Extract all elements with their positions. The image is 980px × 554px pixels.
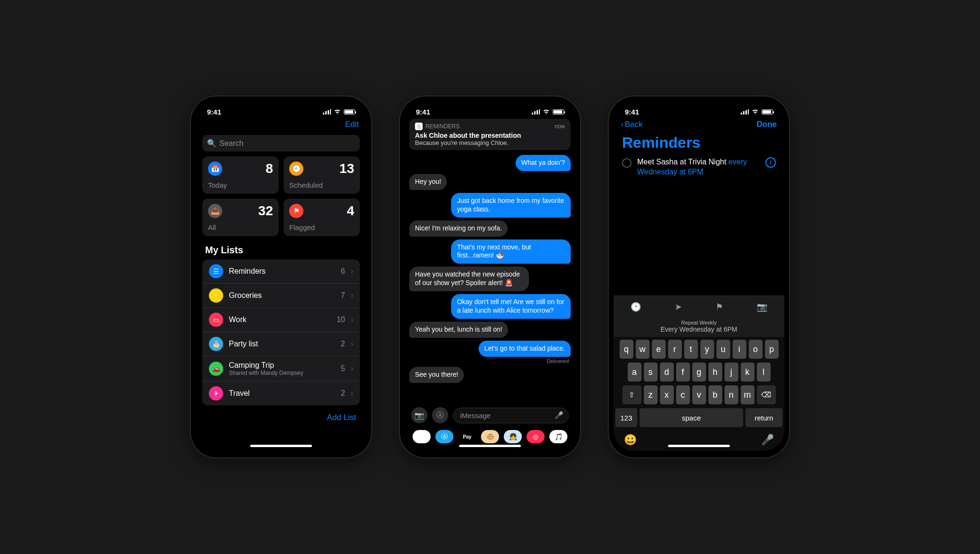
memoji-app-icon[interactable]: 👧: [504, 430, 522, 443]
appstore-button[interactable]: Ⓐ: [432, 407, 448, 423]
key-i[interactable]: i: [733, 340, 746, 359]
emoji-key[interactable]: 😀: [624, 434, 637, 446]
search-placeholder: Search: [219, 139, 244, 148]
message-in[interactable]: See you there!: [409, 367, 464, 383]
notification-body: Because you're messaging Chloe.: [415, 139, 565, 146]
chevron-left-icon: ‹: [621, 120, 624, 129]
add-list-button[interactable]: Add List: [327, 413, 356, 422]
time-icon[interactable]: 🕑: [631, 302, 641, 312]
card-today[interactable]: 📅 8 Today: [202, 156, 279, 194]
key-w[interactable]: w: [636, 340, 650, 359]
back-button[interactable]: ‹Back: [621, 120, 642, 129]
list-icon: ✈: [209, 386, 223, 401]
key-v[interactable]: v: [692, 385, 706, 404]
message-out[interactable]: What ya doin'?: [516, 155, 571, 171]
signal-icon: [741, 109, 749, 115]
key-l[interactable]: l: [757, 363, 771, 382]
numbers-key[interactable]: 123: [615, 408, 637, 427]
reminder-text-field[interactable]: Meet Sasha at Trivia Night every Wednesd…: [637, 157, 760, 177]
info-button[interactable]: i: [765, 157, 776, 168]
digitaltouch-app-icon[interactable]: ◎: [527, 430, 545, 443]
notch: [241, 96, 321, 109]
message-input[interactable]: iMessage 🎤: [453, 408, 569, 423]
list-icon: 🚗: [209, 362, 223, 376]
message-out[interactable]: Let's go to that salad place.: [479, 341, 571, 357]
conversation[interactable]: What ya doin'? Hey you! Just got back ho…: [405, 153, 575, 404]
key-f[interactable]: f: [676, 363, 690, 382]
key-m[interactable]: m: [741, 385, 754, 404]
dictate-key[interactable]: 🎤: [761, 434, 774, 446]
key-h[interactable]: h: [708, 363, 722, 382]
flag-icon: ⚑: [289, 204, 303, 218]
list-item[interactable]: ▭Work10›: [202, 308, 360, 332]
search-icon: 🔍: [207, 139, 217, 148]
animoji-app-icon[interactable]: 🐵: [481, 430, 499, 443]
shift-key[interactable]: ⇧: [622, 385, 641, 404]
key-s[interactable]: s: [644, 363, 658, 382]
list-icon: •: [209, 288, 223, 303]
list-item[interactable]: ☰Reminders6›: [202, 259, 360, 284]
home-indicator[interactable]: [250, 445, 312, 447]
key-q[interactable]: q: [620, 340, 633, 359]
imessage-app-strip: 🖼 Ⓐ Pay 🐵 👧 ◎ 🎵: [405, 426, 575, 451]
key-o[interactable]: o: [749, 340, 763, 359]
card-all[interactable]: 📥 32 All: [202, 199, 279, 236]
key-j[interactable]: j: [725, 363, 738, 382]
card-flagged-count: 4: [347, 203, 354, 219]
message-out[interactable]: Okay don't tell me! Are we still on for …: [451, 294, 571, 319]
key-b[interactable]: b: [708, 385, 722, 404]
search-input[interactable]: 🔍 Search: [202, 135, 360, 152]
message-in[interactable]: Yeah you bet, lunch is still on!: [409, 322, 508, 338]
card-scheduled[interactable]: 🕘 13 Scheduled: [283, 156, 360, 194]
key-e[interactable]: e: [652, 340, 666, 359]
siri-notification[interactable]: ☰ REMINDERS now Ask Chloe about the pres…: [409, 119, 571, 150]
camera-button[interactable]: 📷: [411, 407, 427, 423]
key-r[interactable]: r: [668, 340, 682, 359]
space-key[interactable]: space: [640, 408, 743, 427]
location-icon[interactable]: ➤: [675, 302, 682, 312]
key-g[interactable]: g: [692, 363, 706, 382]
battery-icon: [762, 109, 773, 115]
completion-toggle[interactable]: [622, 158, 631, 168]
camera-icon[interactable]: 📷: [757, 302, 767, 312]
flag-icon[interactable]: ⚑: [716, 302, 723, 312]
store-app-icon[interactable]: Ⓐ: [435, 430, 453, 443]
message-out[interactable]: That's my next move, but first...ramen! …: [451, 239, 571, 264]
list-item[interactable]: 🚗Camping TripShared with Mandy Dempsey5›: [202, 356, 360, 382]
message-in[interactable]: Hey you!: [409, 174, 447, 190]
key-c[interactable]: c: [676, 385, 690, 404]
phone-messages: 9:41 ☰ REMINDERS now Ask Chloe about the…: [400, 96, 580, 458]
keyboard-suggestion[interactable]: Repeat Weekly Every Wednesday at 6PM: [613, 318, 784, 337]
key-z[interactable]: z: [644, 385, 658, 404]
key-d[interactable]: d: [660, 363, 674, 382]
key-n[interactable]: n: [725, 385, 738, 404]
key-k[interactable]: k: [741, 363, 754, 382]
key-a[interactable]: a: [628, 363, 641, 382]
reminder-row[interactable]: Meet Sasha at Trivia Night every Wednesd…: [613, 155, 784, 179]
chevron-right-icon: ›: [351, 315, 353, 324]
message-in[interactable]: Nice! I'm relaxing on my sofa.: [409, 220, 508, 237]
key-p[interactable]: p: [765, 340, 779, 359]
message-out[interactable]: Just got back home from my favorite yoga…: [451, 193, 571, 218]
message-in[interactable]: Have you watched the new episode of our …: [409, 267, 529, 291]
chevron-right-icon: ›: [351, 267, 353, 276]
delete-key[interactable]: ⌫: [757, 385, 776, 404]
list-item[interactable]: 🎂Party list2›: [202, 332, 360, 356]
done-button[interactable]: Done: [757, 120, 777, 129]
key-t[interactable]: t: [684, 340, 698, 359]
return-key[interactable]: return: [745, 408, 782, 427]
card-flagged[interactable]: ⚑ 4 Flagged: [283, 199, 360, 236]
key-x[interactable]: x: [660, 385, 674, 404]
key-u[interactable]: u: [716, 340, 730, 359]
status-time: 9:41: [625, 108, 639, 116]
music-app-icon[interactable]: 🎵: [549, 430, 567, 443]
list-item[interactable]: •Groceries7›: [202, 284, 360, 308]
home-indicator[interactable]: [668, 445, 730, 447]
photos-app-icon[interactable]: 🖼: [413, 430, 431, 443]
dictate-icon[interactable]: 🎤: [555, 411, 564, 420]
applepay-app-icon[interactable]: Pay: [458, 430, 476, 443]
home-indicator[interactable]: [459, 445, 521, 447]
list-item[interactable]: ✈Travel2›: [202, 382, 360, 405]
edit-button[interactable]: Edit: [345, 120, 359, 129]
key-y[interactable]: y: [700, 340, 714, 359]
